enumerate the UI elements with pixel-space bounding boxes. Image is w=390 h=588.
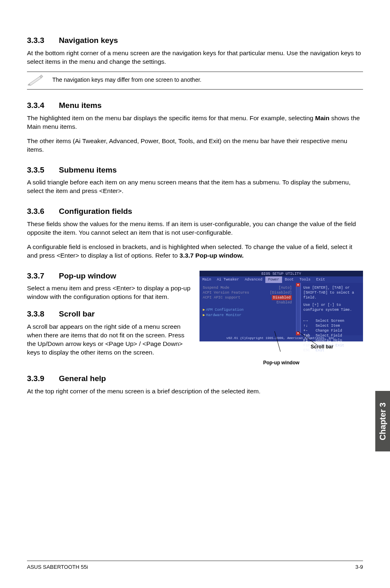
heading-333: 3.3.3Navigation keys [27,35,363,46]
bios-left-pane: Suspend Mode[Auto] ACPI Version Features… [199,283,296,335]
bios-key-row: F1General Help [303,338,361,343]
footer-product: ASUS SABERTOOTH 55i [27,563,88,571]
bios-scrollbar: ▲ ▼ [296,283,300,335]
bios-menu-main: Main [199,276,214,283]
scroll-up-icon: ▲ [296,283,300,287]
para-334-1: The highlighted item on the menu bar dis… [27,114,363,131]
heading-338: 3.3.8Scroll bar [27,309,192,319]
bios-key-row: ←→Select Screen [303,319,361,323]
scroll-down-icon: ▼ [296,332,300,335]
heading-337: 3.3.7Pop-up window [27,271,192,281]
chapter-side-tab-label: Chapter 3 [377,402,388,440]
bios-menu-power: Power [265,276,282,283]
note-row: The navigation keys may differ from one … [27,73,363,88]
heading-334: 3.3.4Menu items [27,100,363,111]
popup-window-caption: Pop-up window [199,359,363,366]
bios-menu-advanced: Advanced [242,276,265,283]
note-text: The navigation keys may differ from one … [52,76,202,84]
submenu-triangle-icon: ▶ [203,313,206,318]
bios-menu-tools: Tools [296,276,313,283]
submenu-triangle-icon: ▶ [203,307,206,312]
bios-key-row: TabSelect Field [303,333,361,338]
sectitle-333: Navigation keys [59,36,118,45]
bios-menu-exit: Exit [313,276,328,283]
bios-menu-boot: Boot [282,276,297,283]
para-335: A solid triangle before each item on any… [27,178,363,195]
bios-figure: BIOS SETUP UTILITY Main Ai Tweaker Advan… [199,271,363,366]
bios-menu-aitweaker: Ai Tweaker [214,276,242,283]
bios-key-row: ↑↓Select Item [303,323,361,328]
para-336-2: A configurable field is enclosed in brac… [27,243,363,260]
heading-336: 3.3.6Configuration fields [27,206,363,217]
page-footer: ASUS SABERTOOTH 55i 3-9 [27,561,363,571]
para-336-1: These fields show the values for the men… [27,220,363,237]
heading-335: 3.3.5Submenu items [27,165,363,175]
bios-title: BIOS SETUP UTILITY [199,271,363,276]
divider [27,89,363,90]
para-339: At the top right corner of the menu scre… [27,387,363,396]
scrollbar-callout-label: Scroll bar [311,343,333,350]
bios-help-pane: Use [ENTER], [TAB] or [SHIFT-TAB] to sel… [300,283,363,335]
footer-page-number: 3-9 [355,563,363,571]
secnum-333: 3.3.3 [27,35,59,46]
bios-key-row: +-Change Field [303,328,361,333]
para-338: A scroll bar appears on the right side o… [27,323,192,357]
bios-menubar: Main Ai Tweaker Advanced Power Boot Tool… [199,276,363,283]
divider [27,72,363,72]
chapter-side-tab: Chapter 3 [375,391,390,451]
pencil-note-icon [27,74,45,86]
heading-339: 3.3.9General help [27,373,363,384]
para-334-2: The other items (Ai Tweaker, Advanced, P… [27,137,363,154]
para-333: At the bottom right corner of a menu scr… [27,49,363,66]
para-337: Select a menu item and press <Enter> to … [27,284,192,301]
